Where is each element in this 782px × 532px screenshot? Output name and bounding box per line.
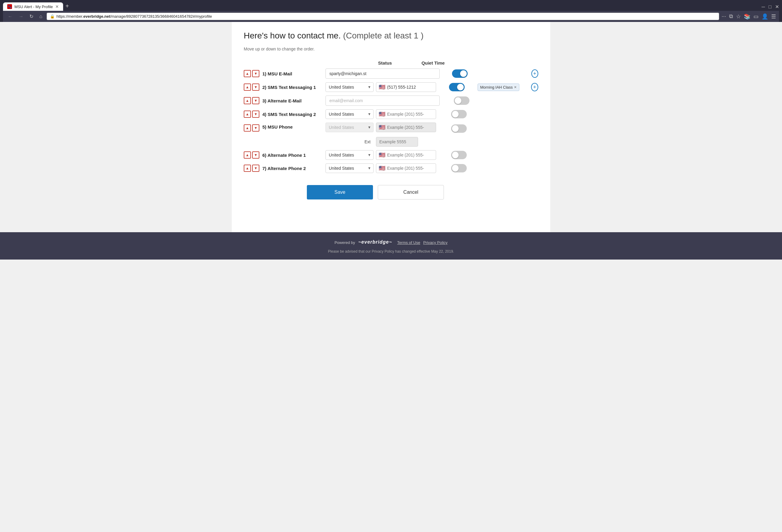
move-up-button-2[interactable]: ▲ <box>244 83 251 91</box>
row-label-2: 2) SMS Text Messaging 1 <box>262 85 322 90</box>
country-select-6[interactable]: United States <box>325 150 374 160</box>
phone-input-wrapper-4: 🇺🇸 <box>376 109 436 119</box>
status-toggle-6[interactable] <box>451 151 467 159</box>
toggle-wrapper-2 <box>439 83 474 91</box>
country-select-wrapper-5: United States ▼ <box>325 122 374 132</box>
row-label-4: 4) SMS Text Messaging 2 <box>262 112 322 117</box>
country-select-7[interactable]: United States <box>325 163 374 173</box>
order-buttons-3: ▲ ▼ <box>244 97 259 104</box>
terms-of-use-link[interactable]: Terms of Use <box>397 240 421 245</box>
privacy-policy-link[interactable]: Privacy Policy <box>423 240 448 245</box>
toggle-wrapper-3 <box>443 97 481 105</box>
country-select-5[interactable]: United States <box>325 122 374 132</box>
browser-tab[interactable]: 🐾 MSU Alert - My Profile ✕ <box>3 2 63 11</box>
toggle-wrapper-6 <box>439 151 479 159</box>
status-toggle-3[interactable] <box>454 97 469 105</box>
sidebar-icon[interactable]: ▭ <box>753 13 758 20</box>
library-icon[interactable]: 📚 <box>744 13 750 20</box>
country-select-wrapper-7: United States ▼ <box>325 163 374 173</box>
profile-icon[interactable]: 👤 <box>761 13 768 20</box>
pocket-icon[interactable]: ⧉ <box>729 13 733 20</box>
move-down-button-5[interactable]: ▼ <box>252 124 259 131</box>
reload-button[interactable]: ↻ <box>28 13 35 20</box>
row-label-6: 6) Alternate Phone 1 <box>262 153 322 158</box>
status-col-header: Status <box>364 61 406 66</box>
country-select-2[interactable]: United States <box>325 82 374 92</box>
flag-icon-6: 🇺🇸 <box>379 152 385 158</box>
ext-label: Ext <box>325 139 374 144</box>
status-toggle-2[interactable] <box>449 83 465 91</box>
toggle-wrapper-5 <box>439 124 479 133</box>
minimize-button[interactable]: ─ <box>761 4 765 10</box>
flag-icon-7: 🇺🇸 <box>379 165 385 172</box>
move-down-button-6[interactable]: ▼ <box>252 151 259 159</box>
ext-input[interactable] <box>376 137 418 147</box>
maximize-button[interactable]: □ <box>769 4 772 10</box>
move-up-button-3[interactable]: ▲ <box>244 97 251 104</box>
row-inputs-7: United States ▼ 🇺🇸 <box>325 163 436 173</box>
move-down-button-1[interactable]: ▼ <box>252 70 259 77</box>
move-up-button-5[interactable]: ▲ <box>244 124 251 131</box>
tab-close-button[interactable]: ✕ <box>55 4 59 9</box>
row-label-3: 3) Alternate E-Mail <box>262 98 322 103</box>
footer-powered-by: Powered by <box>334 240 355 245</box>
phone-input-7[interactable] <box>387 164 429 173</box>
quiet-time-col-header: Quiet Time <box>406 61 460 66</box>
phone-input-4[interactable] <box>387 110 429 119</box>
move-down-button-2[interactable]: ▼ <box>252 83 259 91</box>
page-title: Here's how to contact me. (Complete at l… <box>244 31 538 41</box>
move-up-button-4[interactable]: ▲ <box>244 111 251 118</box>
status-toggle-7[interactable] <box>451 164 467 173</box>
add-quiet-time-button-1[interactable]: + <box>531 69 538 78</box>
order-buttons-7: ▲ ▼ <box>244 165 259 172</box>
quiet-time-label-2: Morning IAH Class <box>480 85 513 89</box>
new-tab-button[interactable]: + <box>63 3 72 10</box>
remove-quiet-time-2[interactable]: ✕ <box>514 85 517 89</box>
tab-title: MSU Alert - My Profile <box>14 4 53 9</box>
add-quiet-time-button-2[interactable]: + <box>531 83 538 91</box>
order-buttons-6: ▲ ▼ <box>244 151 259 159</box>
svg-text:~everbridge~: ~everbridge~ <box>358 239 392 244</box>
move-up-button-7[interactable]: ▲ <box>244 165 251 172</box>
phone-input-5[interactable] <box>387 123 429 132</box>
contact-row-sms1: ▲ ▼ 2) SMS Text Messaging 1 United State… <box>244 82 538 92</box>
country-select-wrapper-4: United States ▼ <box>325 109 374 119</box>
row-label-5: 5) MSU Phone <box>262 124 322 129</box>
move-up-button-1[interactable]: ▲ <box>244 70 251 77</box>
tab-favicon: 🐾 <box>7 4 12 9</box>
status-toggle-5[interactable] <box>451 124 467 133</box>
move-down-button-7[interactable]: ▼ <box>252 165 259 172</box>
move-down-button-3[interactable]: ▼ <box>252 97 259 104</box>
alt-email-input[interactable] <box>325 96 440 106</box>
move-down-button-4[interactable]: ▼ <box>252 111 259 118</box>
phone-input-6[interactable] <box>387 151 429 159</box>
phone-input-2[interactable] <box>387 83 429 91</box>
phone-input-wrapper-7: 🇺🇸 <box>376 163 436 173</box>
more-options-icon[interactable]: ··· <box>721 13 726 20</box>
menu-icon[interactable]: ☰ <box>771 13 776 20</box>
ext-wrapper: Ext <box>325 137 436 147</box>
security-icon: 🔒 <box>50 14 55 18</box>
order-buttons-4: ▲ ▼ <box>244 111 259 118</box>
footer-notice: Please be advised that our Privacy Polic… <box>6 249 776 254</box>
status-toggle-4[interactable] <box>451 110 467 118</box>
country-select-4[interactable]: United States <box>325 109 374 119</box>
contact-row-sms2: ▲ ▼ 4) SMS Text Messaging 2 United State… <box>244 109 538 119</box>
home-button[interactable]: ⌂ <box>38 13 44 20</box>
forward-button[interactable]: → <box>17 13 25 20</box>
phone-input-wrapper-5: 🇺🇸 <box>376 122 436 132</box>
phone-input-wrapper-2: 🇺🇸 <box>376 82 436 92</box>
flag-icon-5: 🇺🇸 <box>379 124 385 131</box>
toggle-wrapper-4 <box>439 110 479 118</box>
close-window-button[interactable]: ✕ <box>775 4 779 10</box>
msu-email-input[interactable] <box>325 69 440 79</box>
save-button[interactable]: Save <box>307 185 373 199</box>
action-buttons: Save Cancel <box>244 185 538 199</box>
back-button[interactable]: ← <box>6 13 14 20</box>
address-bar[interactable]: 🔒 https://member.everbridge.net/manage/8… <box>46 13 719 20</box>
bookmark-icon[interactable]: ☆ <box>736 13 741 20</box>
status-toggle-1[interactable] <box>452 69 468 78</box>
move-up-button-6[interactable]: ▲ <box>244 151 251 159</box>
quiet-time-badge-2: Morning IAH Class ✕ <box>477 83 519 91</box>
cancel-button[interactable]: Cancel <box>378 185 444 199</box>
